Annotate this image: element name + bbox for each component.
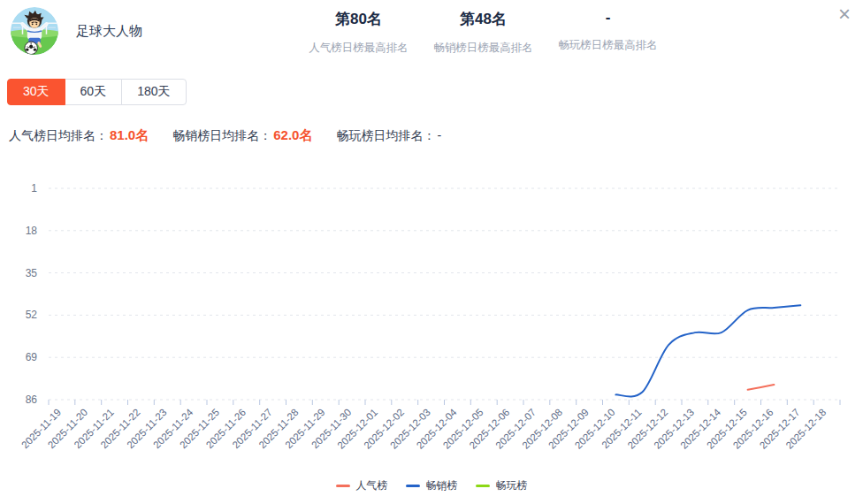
- stat-playtime-best: - 畅玩榜日榜最高排名: [546, 9, 670, 56]
- stat-value: 第80名: [296, 9, 421, 29]
- legend-item-1[interactable]: 畅销榜: [406, 478, 458, 493]
- summary-bestseller-average: 畅销榜日均排名：62.0名: [172, 127, 312, 144]
- soccer-player-avatar-image: [11, 7, 58, 55]
- legend-item-2[interactable]: 畅玩榜: [476, 478, 528, 493]
- period-tabs: 30天 60天 180天: [7, 79, 187, 105]
- stat-bestseller-best: 第48名 畅销榜日榜最高排名: [421, 9, 546, 56]
- legend-label: 畅销榜: [426, 478, 458, 493]
- stat-value: -: [546, 9, 670, 27]
- app-info: 足球大人物: [11, 7, 142, 55]
- y-axis-label-35: 35: [26, 267, 38, 279]
- series-line-0[interactable]: [748, 385, 775, 390]
- app-avatar: [11, 7, 58, 55]
- y-axis-label-86: 86: [26, 393, 38, 406]
- y-axis-label-69: 69: [26, 351, 38, 363]
- rank-detail-panel: 足球大人物 第80名 人气榜日榜最高排名 第48名 畅销榜日榜最高排名 - 畅玩…: [0, 0, 863, 504]
- summary-label: 人气榜日均排名：: [9, 128, 108, 142]
- legend-label: 畅玩榜: [496, 478, 528, 493]
- legend-line-marker: [476, 485, 490, 487]
- series-line-1[interactable]: [615, 305, 800, 396]
- app-title: 足球大人物: [76, 23, 142, 40]
- rank-chart-svg: 118355269862025-11-192025-11-202025-11-2…: [0, 172, 863, 477]
- y-axis-label-52: 52: [26, 309, 38, 321]
- average-rank-summary: 人气榜日均排名：81.0名 畅销榜日均排名：62.0名 畅玩榜日均排名：-: [9, 127, 465, 144]
- header-stats: 第80名 人气榜日榜最高排名 第48名 畅销榜日榜最高排名 - 畅玩榜日榜最高排…: [296, 9, 670, 56]
- tab-180-days[interactable]: 180天: [121, 79, 186, 105]
- tab-60-days[interactable]: 60天: [65, 79, 123, 105]
- legend-item-0[interactable]: 人气榜: [336, 478, 388, 493]
- y-axis-label-1: 1: [31, 182, 37, 195]
- y-axis-label-18: 18: [26, 225, 38, 237]
- stat-label: 畅销榜日榜最高排名: [421, 41, 546, 56]
- chart-legend: 人气榜畅销榜畅玩榜: [0, 478, 863, 493]
- summary-label: 畅玩榜日均排名：: [336, 128, 435, 142]
- stat-label: 人气榜日榜最高排名: [296, 41, 421, 56]
- summary-popularity-average: 人气榜日均排名：81.0名: [9, 127, 149, 144]
- tab-30-days[interactable]: 30天: [7, 79, 65, 105]
- summary-label: 畅销榜日均排名：: [172, 128, 271, 142]
- summary-playtime-average: 畅玩榜日均排名：-: [336, 128, 441, 144]
- legend-line-marker: [336, 485, 350, 487]
- summary-value: -: [437, 128, 441, 142]
- stat-value: 第48名: [421, 9, 546, 29]
- summary-value: 81.0名: [110, 127, 149, 142]
- stat-label: 畅玩榜日榜最高排名: [546, 38, 670, 53]
- close-icon[interactable]: ×: [838, 4, 851, 25]
- legend-label: 人气榜: [356, 478, 388, 493]
- legend-line-marker: [406, 485, 420, 487]
- stat-popularity-best: 第80名 人气榜日榜最高排名: [296, 9, 421, 56]
- summary-value: 62.0名: [273, 127, 312, 142]
